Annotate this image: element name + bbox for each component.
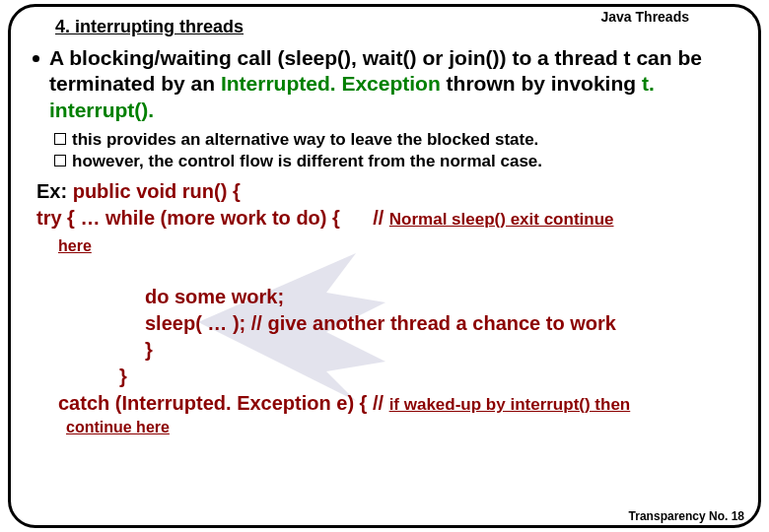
here-link: here (58, 235, 92, 257)
code-try-while: try { … while (more work to do) { (36, 207, 340, 229)
comment-interrupt: if waked-up by interrupt() then (389, 395, 631, 414)
continue-here-link: continue here (66, 417, 748, 438)
ex-label: Ex: (36, 180, 73, 202)
code-line-sleep: sleep( … ); // give another thread a cha… (145, 310, 748, 337)
code-line-1: Ex: public void run() { (36, 178, 748, 205)
sub-bullet-2-text: however, the control flow is different f… (72, 151, 542, 172)
bullet-green1: Interrupted. Exception (221, 72, 441, 95)
code-close-brace-1: } (145, 337, 748, 364)
main-bullet: A blocking/waiting call (sleep(), wait()… (33, 45, 748, 123)
content-area: A blocking/waiting call (sleep(), wait()… (21, 45, 748, 438)
checkbox-icon (54, 155, 66, 166)
footer-transparency: Transparency No. 18 (629, 509, 744, 523)
comment-slashes: // (373, 207, 389, 229)
bullet-text: A blocking/waiting call (sleep(), wait()… (49, 45, 748, 123)
slide-frame: Java Threads 4. interrupting threads A b… (8, 4, 761, 528)
checkbox-icon (54, 133, 66, 145)
catch-slashes: // (373, 392, 389, 414)
bullet-icon (33, 55, 39, 62)
code-catch: catch (Interrupted. Exception e) { (58, 392, 373, 414)
code-line-2: try { … while (more work to do) { // Nor… (36, 205, 748, 232)
sub-bullet-1: this provides an alternative way to leav… (54, 129, 748, 151)
code-example: Ex: public void run() { try { … while (m… (36, 178, 748, 438)
code-run-decl: public void run() { (73, 180, 241, 202)
sub-bullet-2: however, the control flow is different f… (54, 151, 748, 172)
header-title: Java Threads (601, 9, 690, 25)
code-line-work: do some work; (145, 284, 748, 310)
comment-normal-exit: Normal sleep() exit continue (389, 210, 614, 229)
sub-bullet-1-text: this provides an alternative way to leav… (72, 129, 538, 151)
code-catch-line: catch (Interrupted. Exception e) { // if… (58, 390, 748, 417)
code-close-brace-2: } (119, 364, 748, 390)
sub-bullet-list: this provides an alternative way to leav… (54, 129, 748, 172)
bullet-mid: thrown by invoking (441, 72, 642, 95)
